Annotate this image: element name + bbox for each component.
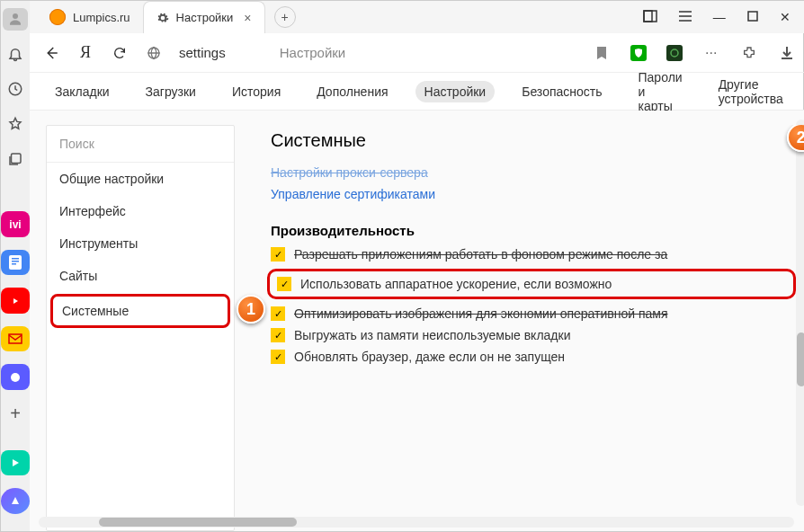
search-input[interactable]: Поиск	[47, 126, 234, 163]
check-update-browser[interactable]: ✓ Обновлять браузер, даже если он не зап…	[271, 350, 792, 364]
navtab-history[interactable]: История	[223, 81, 290, 102]
navtab-passwords[interactable]: Пароли и карты	[630, 66, 692, 117]
collections-icon[interactable]	[3, 148, 28, 171]
callout-badge-1: 1	[237, 295, 265, 324]
app-mail-icon[interactable]	[1, 326, 30, 351]
address-title: Настройки	[280, 45, 346, 60]
vertical-scrollbar[interactable]	[796, 120, 804, 506]
settings-panel: Системные Настройки прокси-сервера Управ…	[235, 125, 804, 531]
horizontal-scrollbar[interactable]	[39, 517, 794, 528]
navtab-downloads[interactable]: Загрузки	[137, 81, 205, 102]
add-app-icon[interactable]: +	[3, 403, 28, 425]
scrollbar-thumb[interactable]	[797, 332, 804, 386]
svg-point-16	[671, 49, 678, 57]
extension-icon[interactable]	[666, 45, 683, 61]
svg-point-8	[11, 373, 20, 382]
new-tab-button[interactable]: +	[274, 6, 296, 28]
tab-label: Lumpics.ru	[73, 11, 130, 24]
checkbox-icon[interactable]: ✓	[271, 306, 285, 321]
app-docs-icon[interactable]	[1, 250, 30, 275]
address-path: settings	[179, 45, 226, 60]
tab-label: Настройки	[176, 11, 234, 24]
reload-button[interactable]	[111, 44, 129, 62]
alice-icon[interactable]	[1, 488, 30, 513]
check-optimize-images[interactable]: ✓ Оптимизировать изображения для экономи…	[271, 306, 792, 321]
downloads-icon[interactable]	[778, 44, 796, 62]
svg-rect-5	[12, 261, 19, 262]
navtab-bookmarks[interactable]: Закладки	[46, 81, 119, 102]
scrollbar-thumb[interactable]	[99, 518, 297, 527]
checkbox-icon[interactable]: ✓	[271, 350, 285, 364]
checkbox-label: Выгружать из памяти неиспользуемые вклад…	[294, 328, 570, 342]
sidebar-item-interface[interactable]: Интерфейс	[47, 195, 234, 227]
favicon-lumpics-icon	[49, 9, 66, 25]
checkbox-label: Обновлять браузер, даже если он не запущ…	[294, 350, 565, 364]
back-button[interactable]	[42, 44, 60, 62]
svg-rect-6	[12, 263, 16, 265]
yandex-icon[interactable]: Я	[76, 44, 94, 62]
history-icon[interactable]	[3, 78, 28, 101]
close-icon[interactable]: ×	[244, 11, 251, 25]
app-purple-icon[interactable]	[1, 364, 30, 389]
tab-lumpics[interactable]: Lumpics.ru	[37, 1, 143, 33]
app-teal-icon[interactable]	[1, 450, 30, 475]
sidebar-item-general[interactable]: Общие настройки	[47, 163, 234, 195]
check-hardware-acceleration[interactable]: ✓ Использовать аппаратное ускорение, есл…	[267, 269, 796, 299]
svg-rect-7	[9, 334, 22, 343]
menu-icon[interactable]	[679, 10, 692, 25]
tab-bar: Lumpics.ru Настройки × + — ✕	[30, 1, 804, 33]
sidebar-item-tools[interactable]: Инструменты	[47, 227, 234, 260]
gear-icon	[156, 12, 169, 24]
checkbox-label: Использовать аппаратное ускорение, если …	[300, 277, 612, 291]
settings-nav: Закладки Загрузки История Дополнения Нас…	[30, 73, 804, 111]
navtab-settings[interactable]: Настройки	[415, 81, 496, 102]
checkbox-label: Оптимизировать изображения для экономии …	[294, 306, 668, 321]
svg-rect-14	[748, 12, 757, 21]
address-field[interactable]: settings Настройки	[179, 45, 345, 60]
check-unload-tabs[interactable]: ✓ Выгружать из памяти неиспользуемые вкл…	[271, 328, 792, 342]
link-certificates[interactable]: Управление сертификатами	[271, 187, 792, 201]
sidebar-item-system[interactable]: Системные 1	[50, 294, 230, 328]
star-icon[interactable]	[3, 113, 28, 136]
page-heading: Системные	[271, 130, 792, 151]
section-performance-heading: Производительность	[271, 223, 792, 238]
panel-icon[interactable]	[643, 10, 657, 25]
bell-icon[interactable]	[3, 43, 28, 66]
checkbox-icon[interactable]: ✓	[271, 247, 285, 262]
svg-point-0	[13, 13, 18, 19]
svg-rect-10	[644, 11, 652, 22]
protect-icon[interactable]	[630, 45, 647, 61]
settings-sidebar: Поиск Общие настройки Интерфейс Инструме…	[46, 125, 235, 531]
more-icon[interactable]: ···	[702, 44, 720, 62]
tab-settings[interactable]: Настройки ×	[143, 1, 265, 33]
svg-rect-9	[644, 11, 657, 22]
svg-rect-2	[12, 154, 22, 164]
bookmark-icon[interactable]	[593, 44, 611, 62]
maximize-button[interactable]	[747, 10, 758, 25]
profile-icon[interactable]	[3, 8, 28, 31]
browser-side-panel: ivi +	[1, 1, 30, 531]
checkbox-icon[interactable]: ✓	[277, 277, 291, 291]
checkbox-label: Разрешать приложениям работать в фоновом…	[294, 247, 667, 262]
site-info-icon[interactable]	[145, 44, 163, 62]
extensions-icon[interactable]	[740, 44, 758, 62]
checkbox-icon[interactable]: ✓	[271, 328, 285, 342]
sidebar-item-sites[interactable]: Сайты	[47, 260, 234, 292]
check-background-apps[interactable]: ✓ Разрешать приложениям работать в фонов…	[271, 247, 792, 262]
svg-rect-3	[9, 255, 22, 270]
close-button[interactable]: ✕	[780, 10, 791, 25]
svg-rect-4	[12, 258, 19, 260]
minimize-button[interactable]: —	[713, 10, 726, 25]
navtab-other-devices[interactable]: Другие устройства	[710, 74, 792, 110]
settings-content: Поиск Общие настройки Интерфейс Инструме…	[30, 111, 804, 531]
link-proxy-settings[interactable]: Настройки прокси-сервера	[271, 165, 792, 180]
address-bar: Я settings Настройки ···	[30, 33, 804, 73]
navtab-addons[interactable]: Дополнения	[308, 81, 397, 102]
navtab-security[interactable]: Безопасность	[513, 81, 611, 102]
app-ivi-icon[interactable]: ivi	[1, 211, 30, 236]
app-youtube-icon[interactable]	[1, 288, 30, 313]
